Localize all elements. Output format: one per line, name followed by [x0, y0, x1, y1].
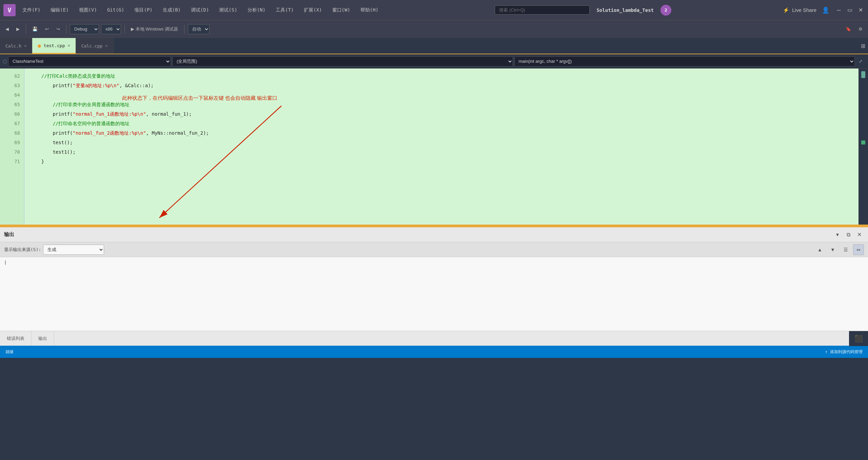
- menu-view[interactable]: 视图(V): [74, 6, 102, 15]
- output-wrap-button[interactable]: ⇔: [853, 244, 864, 255]
- menu-git[interactable]: Git(G): [102, 6, 129, 15]
- code-editor[interactable]: //打印Calc类静态成员变量的地址 printf("变量a的地址:%p\n",…: [24, 69, 859, 225]
- code-line-68: printf("normal_fun_2函数地址:%p\n", MyNs::no…: [30, 128, 859, 138]
- minimize-button[interactable]: ─: [835, 6, 843, 14]
- menu-tools[interactable]: 工具(T): [271, 6, 298, 15]
- expand-editor-button[interactable]: ⤢: [856, 57, 865, 65]
- redo-button[interactable]: ↪: [54, 25, 63, 33]
- live-share-button[interactable]: ⚡ Live Share: [783, 7, 816, 13]
- window-controls: ─ ▭ ✕: [835, 6, 865, 14]
- output-panel: 输出 ▾ ⧉ ✕ 显示输出来源(S): 生成 调试 ▲ ▼ ☰ ⇔ |: [0, 227, 868, 331]
- class-selector[interactable]: ClassNameTest: [8, 56, 171, 66]
- start-debug-button[interactable]: ▶ 本地 Windows 调试器: [128, 25, 181, 34]
- title-bar: V 文件(F) 编辑(E) 视图(V) Git(G) 项目(P) 生成(B) 调…: [0, 0, 868, 20]
- menu-file[interactable]: 文件(F): [18, 6, 45, 15]
- status-bar: 就绪 ↑ 添加到源代码管理: [0, 346, 868, 358]
- output-source-label: 显示输出来源(S):: [4, 247, 41, 253]
- debug-config-select[interactable]: Debug Release: [70, 24, 99, 34]
- menu-build[interactable]: 生成(B): [158, 6, 185, 15]
- platform-select[interactable]: x86 x64: [101, 24, 121, 34]
- output-collapse-button[interactable]: ▾: [833, 230, 842, 239]
- menu-analyze[interactable]: 分析(N): [243, 6, 270, 15]
- line-71: 71: [0, 157, 24, 166]
- title-bar-center: Solution_lambda_Test 2: [385, 5, 781, 16]
- solution-name: Solution_lambda_Test: [596, 7, 654, 13]
- editor-area: 62 63 64 65 66 67 68 69 70 71 //打印Calc类静…: [0, 69, 868, 225]
- right-sidebar: [859, 69, 868, 225]
- close-test-cpp-icon[interactable]: ✕: [67, 43, 70, 48]
- scroll-indicator: [861, 71, 865, 78]
- person-icon[interactable]: 👤: [822, 6, 829, 14]
- tab-calc-h[interactable]: Calc.h ✕: [0, 38, 32, 54]
- vs-logo: V: [3, 4, 16, 16]
- menu-debug[interactable]: 调试(D): [186, 6, 214, 15]
- close-calc-cpp-icon[interactable]: ✕: [105, 43, 107, 48]
- menu-test[interactable]: 测试(S): [214, 6, 242, 15]
- code-line-66: printf("normal_fun_1函数地址:%p\n", normal_f…: [30, 109, 859, 119]
- dirty-indicator: ●: [38, 42, 41, 49]
- auto-select[interactable]: 自动: [188, 24, 210, 34]
- separator-2: [66, 24, 66, 34]
- output-clear-button[interactable]: ☰: [840, 244, 851, 255]
- undo-button[interactable]: ↩: [42, 25, 52, 33]
- separator-4: [184, 24, 184, 34]
- tab-label-test-cpp: test.cpp: [44, 43, 65, 48]
- scroll-indicator-2: [861, 140, 865, 145]
- separator-1: [26, 24, 26, 34]
- menu-help[interactable]: 帮助(H): [356, 6, 383, 15]
- menu-project[interactable]: 项目(P): [130, 6, 157, 15]
- line-63: 63: [0, 81, 24, 90]
- output-content[interactable]: |: [0, 257, 868, 331]
- back-button[interactable]: ◀: [3, 25, 12, 33]
- bookmark-button[interactable]: 🔖: [843, 25, 854, 33]
- bottom-tab-errors[interactable]: 错误列表: [0, 331, 32, 346]
- forward-button[interactable]: ▶: [14, 25, 22, 33]
- tab-label-calc-cpp: Calc.cpp: [81, 43, 103, 49]
- code-line-65: //打印非类中的全局普通函数的地址: [30, 100, 859, 109]
- code-line-67: //打印命名空间中的普通函数的地址: [30, 119, 859, 128]
- tab-bar: Calc.h ✕ ● test.cpp ✕ Calc.cpp ✕ ⊞: [0, 38, 868, 54]
- notification-badge[interactable]: 2: [660, 5, 671, 16]
- code-line-62: //打印Calc类静态成员变量的地址: [30, 71, 859, 81]
- line-64: 64: [0, 90, 24, 100]
- output-header: 输出 ▾ ⧉ ✕: [0, 227, 868, 242]
- output-close-button[interactable]: ✕: [854, 230, 864, 239]
- bottom-right-icon: ⬛: [849, 331, 868, 346]
- tab-calc-cpp[interactable]: Calc.cpp ✕: [76, 38, 114, 54]
- output-toolbar: 显示输出来源(S): 生成 调试 ▲ ▼ ☰ ⇔: [0, 242, 868, 257]
- line-65: 65: [0, 100, 24, 109]
- output-up-button[interactable]: ▲: [814, 244, 825, 255]
- bottom-tab-output[interactable]: 输出: [32, 331, 54, 346]
- menu-edit[interactable]: 编辑(E): [46, 6, 73, 15]
- output-down-button[interactable]: ▼: [827, 244, 838, 255]
- restore-button[interactable]: ▭: [846, 6, 854, 14]
- output-source-select[interactable]: 生成 调试: [43, 245, 104, 255]
- scope-selector[interactable]: (全局范围): [172, 56, 513, 66]
- separator-3: [124, 24, 125, 34]
- close-button[interactable]: ✕: [856, 6, 865, 14]
- nav-bar: ⬡ ClassNameTest (全局范围) main(int argc, ch…: [0, 54, 868, 69]
- tab-label-calc-h: Calc.h: [5, 43, 21, 49]
- panel-splitter[interactable]: [0, 225, 868, 227]
- source-control-link[interactable]: ↑ 添加到源代码管理: [825, 349, 863, 355]
- code-line-64: [30, 90, 859, 100]
- toolbar: ◀ ▶ 💾 ↩ ↪ Debug Release x86 x64 ▶ 本地 Win…: [0, 20, 868, 38]
- save-button[interactable]: 💾: [29, 25, 40, 33]
- close-calc-h-icon[interactable]: ✕: [24, 43, 26, 48]
- output-float-button[interactable]: ⧉: [844, 230, 853, 239]
- settings-button[interactable]: ⚙: [856, 25, 865, 33]
- line-68: 68: [0, 128, 24, 138]
- menu-window[interactable]: 窗口(W): [328, 6, 355, 15]
- output-controls: ▾ ⧉ ✕: [833, 230, 864, 239]
- member-selector[interactable]: main(int argc, char * argv[]): [514, 56, 855, 66]
- tab-test-cpp[interactable]: ● test.cpp ✕: [32, 38, 76, 54]
- menu-extensions[interactable]: 扩展(X): [299, 6, 327, 15]
- line-62: 62: [0, 71, 24, 81]
- output-title: 输出: [4, 231, 14, 238]
- new-tab-button[interactable]: ⊞: [858, 41, 868, 51]
- class-icon: ⬡: [3, 59, 7, 64]
- live-share-icon: ⚡: [783, 7, 789, 13]
- line-70: 70: [0, 147, 24, 157]
- search-input[interactable]: [495, 5, 590, 15]
- line-67: 67: [0, 119, 24, 128]
